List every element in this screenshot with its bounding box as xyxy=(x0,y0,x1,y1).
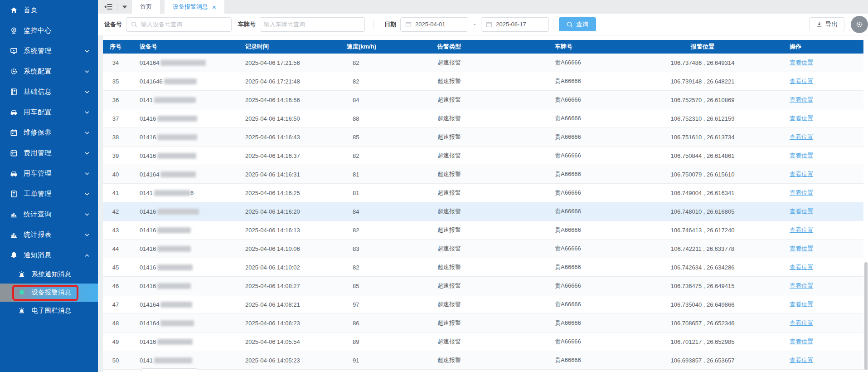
cell-position: 106.742211 , 26.633778 xyxy=(644,240,761,258)
sidebar-item-system-management[interactable]: 系统管理 xyxy=(0,41,98,61)
view-location-link[interactable]: 查看位置 xyxy=(790,96,813,103)
cell-speed: 89 xyxy=(335,333,426,351)
cell-action: 查看位置 xyxy=(761,54,863,72)
settings-gear-button[interactable] xyxy=(851,16,868,33)
siren-icon xyxy=(18,307,25,314)
cell-plate: 贵A66666 xyxy=(539,91,644,109)
plate-search-field xyxy=(260,17,365,32)
redacted-device-number xyxy=(154,357,192,363)
chevron-down-icon xyxy=(84,89,90,95)
date-from-input[interactable] xyxy=(412,21,468,28)
device-number: 01416 xyxy=(140,338,156,345)
cell-alarm-type: 超速报警 xyxy=(426,277,539,295)
webcam-icon xyxy=(10,27,18,34)
chevron-down-icon xyxy=(84,171,90,176)
sidebar-item-notification[interactable]: 通知消息 xyxy=(0,245,98,265)
device-number: 014164 xyxy=(140,301,159,308)
cell-time: 2025-04-06 14:05:54 xyxy=(231,333,335,351)
sidebar-item-system-config[interactable]: 系统配置 xyxy=(0,61,98,82)
view-location-link[interactable]: 查看位置 xyxy=(790,115,813,122)
device-search-input[interactable] xyxy=(137,21,231,28)
cell-device: 01416 xyxy=(128,202,231,221)
sidebar-item-vehicle-management[interactable]: 用车管理 xyxy=(0,163,98,184)
sidebar-item-work-order[interactable]: 工单管理 xyxy=(0,184,98,204)
sidebar-item-device-alarm[interactable]: 设备报警消息 xyxy=(0,284,98,302)
cell-alarm-type: 超速报警 xyxy=(426,128,539,147)
view-location-link[interactable]: 查看位置 xyxy=(790,245,813,252)
view-location-link[interactable]: 查看位置 xyxy=(790,282,813,289)
cell-position: 106.746413 , 26.617240 xyxy=(644,221,761,240)
redacted-device-number xyxy=(154,190,190,196)
view-location-link[interactable]: 查看位置 xyxy=(790,59,813,66)
sidebar-item-maintenance[interactable]: 维修保养 xyxy=(0,122,98,143)
sidebar-item-efence[interactable]: 电子围栏消息 xyxy=(0,302,98,320)
close-tab-icon[interactable]: × xyxy=(212,4,216,10)
cell-seq: 43 xyxy=(103,221,128,240)
book-icon xyxy=(10,88,18,96)
view-location-link[interactable]: 查看位置 xyxy=(790,357,813,363)
table-row: 42014162025-04-06 14:16:2084超速报警贵A666661… xyxy=(103,202,863,221)
view-location-link[interactable]: 查看位置 xyxy=(790,264,813,270)
sidebar-item-monitor-center[interactable]: 监控中心 xyxy=(0,20,98,41)
cell-alarm-type: 超速报警 xyxy=(426,147,539,165)
cell-alarm-type: 超速报警 xyxy=(426,258,539,277)
pagination-page-size-select[interactable] xyxy=(141,368,198,372)
view-location-link[interactable]: 查看位置 xyxy=(790,133,813,140)
redacted-device-number xyxy=(164,78,197,84)
view-location-link[interactable]: 查看位置 xyxy=(790,208,813,215)
view-location-link[interactable]: 查看位置 xyxy=(790,338,813,345)
tab-label: 首页 xyxy=(140,3,152,11)
sidebar-item-stats-query[interactable]: 统计查询 xyxy=(0,204,98,225)
sidebar-item-basic-info[interactable]: 基础信息 xyxy=(0,82,98,102)
cell-position: 106.737486 , 26.649314 xyxy=(644,54,761,72)
view-location-link[interactable]: 查看位置 xyxy=(790,152,813,159)
cell-speed: 83 xyxy=(335,240,426,258)
sidebar-item-system-notification[interactable]: 系统通知消息 xyxy=(0,265,98,284)
search-button[interactable]: 查询 xyxy=(559,17,596,31)
cell-device: 014164 xyxy=(128,54,231,72)
sidebar-item-label: 基础信息 xyxy=(24,88,52,96)
sidebar-item-expense-management[interactable]: 费用管理 xyxy=(0,143,98,163)
cell-seq: 50 xyxy=(103,351,128,370)
column-header-position: 报警位置 xyxy=(644,40,761,54)
cell-position: 106.708657 , 26.652346 xyxy=(644,314,761,333)
view-location-link[interactable]: 查看位置 xyxy=(790,171,813,177)
chevron-down-icon xyxy=(84,232,90,238)
cell-plate: 贵A66666 xyxy=(539,72,644,91)
cell-speed: 82 xyxy=(335,72,426,91)
sidebar-item-label: 用车配置 xyxy=(24,108,52,117)
cell-action: 查看位置 xyxy=(761,184,863,202)
table-row: 480141642025-04-06 14:06:2386超速报警贵A66666… xyxy=(103,314,863,333)
sidebar-item-home[interactable]: 首页 xyxy=(0,0,98,20)
cell-action: 查看位置 xyxy=(761,109,863,128)
gear-icon xyxy=(856,21,863,28)
view-location-link[interactable]: 查看位置 xyxy=(790,189,813,196)
cell-position: 106.736475 , 26.649415 xyxy=(644,277,761,295)
vertical-scrollbar-thumb[interactable] xyxy=(864,262,868,370)
redacted-device-number xyxy=(157,153,196,159)
view-location-link[interactable]: 查看位置 xyxy=(790,301,813,308)
sidebar-item-stats-report[interactable]: 统计报表 xyxy=(0,225,98,245)
calendar-icon xyxy=(486,21,492,28)
device-number: 01416 xyxy=(140,245,156,252)
cell-time: 2025-04-06 14:16:56 xyxy=(231,91,335,109)
redacted-device-number xyxy=(160,320,194,326)
tab-device-alarm[interactable]: 设备报警消息× xyxy=(165,0,224,14)
tab-home[interactable]: 首页 xyxy=(132,0,160,14)
device-number: 01416 xyxy=(140,134,156,141)
cell-device: 014164 xyxy=(128,165,231,184)
collapse-sidebar-icon[interactable] xyxy=(104,4,112,10)
sidebar-item-label: 统计报表 xyxy=(24,230,52,239)
plate-search-input[interactable] xyxy=(260,21,364,28)
export-button[interactable]: 导出 xyxy=(810,17,844,31)
cell-action: 查看位置 xyxy=(761,128,863,147)
view-location-link[interactable]: 查看位置 xyxy=(790,319,813,326)
redacted-device-number xyxy=(157,116,197,122)
cell-alarm-type: 超速报警 xyxy=(426,165,539,184)
tab-dropdown-caret-icon[interactable] xyxy=(122,5,127,9)
date-to-input[interactable] xyxy=(492,21,548,28)
view-location-link[interactable]: 查看位置 xyxy=(790,78,813,84)
sidebar-item-vehicle-config[interactable]: 用车配置 xyxy=(0,102,98,122)
view-location-link[interactable]: 查看位置 xyxy=(790,226,813,233)
cell-seq: 37 xyxy=(103,109,128,128)
